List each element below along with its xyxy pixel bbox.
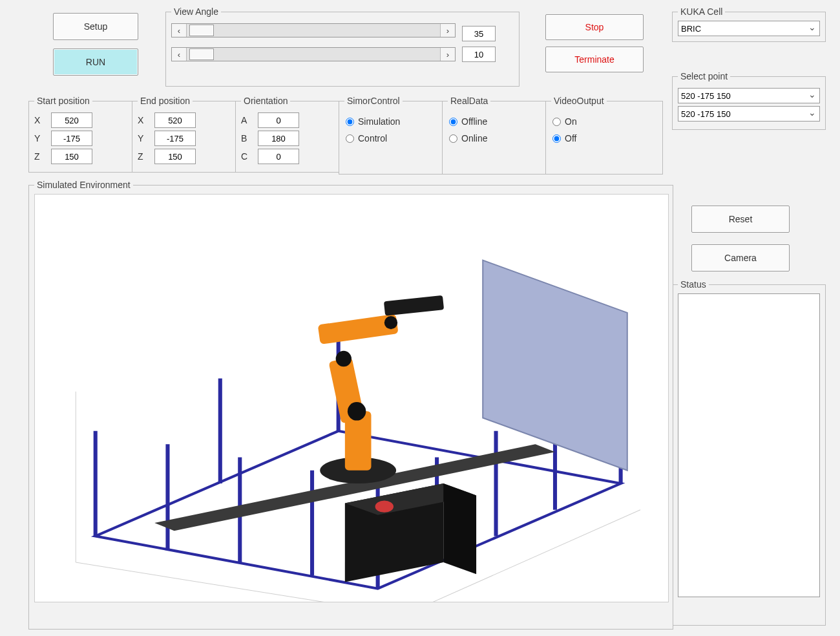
start-y-label: Y <box>34 133 45 143</box>
start-position-legend: Start position <box>34 96 92 106</box>
select-point-legend: Select point <box>678 71 730 81</box>
orient-a-input[interactable] <box>258 112 299 128</box>
setup-button[interactable]: Setup <box>53 13 138 40</box>
video-output-off-label: Off <box>565 133 576 143</box>
svg-point-20 <box>384 316 397 329</box>
pedestal-box-icon <box>345 483 476 582</box>
status-textarea[interactable] <box>678 293 820 597</box>
end-z-input[interactable] <box>154 149 196 164</box>
real-data-online[interactable]: Online <box>449 133 543 143</box>
svg-marker-13 <box>443 483 476 574</box>
video-output-on-radio[interactable] <box>552 118 561 126</box>
video-output-legend: VideoOutput <box>551 96 607 106</box>
view-angle-value-2[interactable] <box>462 47 496 62</box>
setup-button-label: Setup <box>84 21 108 32</box>
real-data-legend: RealData <box>448 96 490 106</box>
video-output-on[interactable]: On <box>552 116 656 127</box>
video-output-off-radio[interactable] <box>552 134 561 143</box>
real-data-online-radio[interactable] <box>449 134 457 143</box>
real-data-offline-label: Offline <box>461 116 487 127</box>
select-point-1[interactable]: 520 -175 150 <box>678 88 820 103</box>
camera-button-label: Camera <box>724 253 757 263</box>
kuka-cell-select[interactable]: BRIC <box>678 21 820 36</box>
chevron-left-icon[interactable]: ‹ <box>172 48 186 61</box>
end-y-input[interactable] <box>154 131 196 146</box>
sim-or-control-control-label: Control <box>358 133 387 143</box>
kuka-cell-legend: KUKA Cell <box>678 6 725 17</box>
orientation-legend: Orientation <box>241 96 290 106</box>
view-angle-group: View Angle ‹ › ‹ › <box>165 6 520 87</box>
simulated-environment-canvas[interactable] <box>34 194 669 602</box>
back-wall-icon <box>483 260 627 471</box>
view-angle-slider-2-track[interactable] <box>186 48 441 61</box>
sim-or-control-group: SimorControl Simulation Control <box>339 96 447 175</box>
start-y-input[interactable] <box>51 131 92 146</box>
status-group: Status <box>672 279 826 626</box>
chevron-right-icon[interactable]: › <box>441 24 455 37</box>
sim-or-control-simulation-label: Simulation <box>358 116 400 127</box>
orient-b-input[interactable] <box>258 131 299 146</box>
view-angle-slider-2-thumb[interactable] <box>189 48 214 60</box>
view-angle-slider-1-thumb[interactable] <box>189 25 214 36</box>
run-button-label: RUN <box>86 57 105 67</box>
target-point-icon <box>375 501 394 513</box>
end-x-input[interactable] <box>154 112 196 128</box>
start-x-label: X <box>34 115 45 125</box>
end-position-legend: End position <box>138 96 193 106</box>
chevron-left-icon[interactable]: ‹ <box>172 24 186 37</box>
sim-or-control-control[interactable]: Control <box>346 133 440 143</box>
svg-rect-17 <box>384 295 444 316</box>
orient-b-label: B <box>241 133 251 143</box>
robot-arm-icon <box>318 295 445 471</box>
select-point-2[interactable]: 520 -175 150 <box>678 106 820 122</box>
simulated-environment-group: Simulated Environment <box>28 180 673 630</box>
sim-or-control-legend: SimorControl <box>344 96 403 106</box>
start-x-input[interactable] <box>51 112 92 128</box>
end-y-label: Y <box>138 133 148 143</box>
run-button[interactable]: RUN <box>53 48 138 76</box>
chevron-right-icon[interactable]: › <box>441 48 455 61</box>
orient-c-input[interactable] <box>258 149 299 164</box>
video-output-off[interactable]: Off <box>552 133 656 143</box>
start-z-input[interactable] <box>51 149 92 164</box>
terminate-button-label: Terminate <box>574 54 614 65</box>
stop-button-label: Stop <box>585 22 604 32</box>
sim-or-control-control-radio[interactable] <box>346 134 354 143</box>
simulated-environment-legend: Simulated Environment <box>34 180 133 190</box>
video-output-group: VideoOutput On Off <box>545 96 663 175</box>
view-angle-slider-2[interactable]: ‹ › <box>171 47 456 61</box>
orient-a-label: A <box>241 115 251 125</box>
orientation-group: Orientation A B C <box>235 96 344 173</box>
view-angle-slider-1-track[interactable] <box>186 24 441 37</box>
sim-or-control-simulation[interactable]: Simulation <box>346 116 440 127</box>
orient-c-label: C <box>241 151 251 162</box>
end-z-label: Z <box>138 151 148 162</box>
real-data-online-label: Online <box>461 133 487 143</box>
start-z-label: Z <box>34 151 45 162</box>
real-data-group: RealData Offline Online <box>442 96 551 175</box>
svg-point-18 <box>348 402 366 420</box>
select-point-group: Select point 520 -175 150 520 -175 150 <box>672 71 826 130</box>
sim-or-control-simulation-radio[interactable] <box>346 118 354 126</box>
stop-button[interactable]: Stop <box>545 14 644 40</box>
end-x-label: X <box>138 115 148 125</box>
view-angle-value-1[interactable] <box>462 26 496 41</box>
reset-button-label: Reset <box>729 214 753 224</box>
view-angle-legend: View Angle <box>171 6 221 17</box>
reset-button[interactable]: Reset <box>691 206 790 233</box>
real-data-offline[interactable]: Offline <box>449 116 543 127</box>
view-angle-slider-1[interactable]: ‹ › <box>171 23 456 37</box>
end-position-group: End position X Y Z <box>132 96 240 173</box>
terminate-button[interactable]: Terminate <box>545 47 644 72</box>
kuka-cell-group: KUKA Cell BRIC <box>672 6 826 42</box>
real-data-offline-radio[interactable] <box>449 118 457 126</box>
svg-point-19 <box>336 351 352 366</box>
camera-button[interactable]: Camera <box>691 244 790 271</box>
video-output-on-label: On <box>565 116 577 127</box>
status-legend: Status <box>678 279 709 290</box>
start-position-group: Start position X Y Z <box>28 96 137 173</box>
